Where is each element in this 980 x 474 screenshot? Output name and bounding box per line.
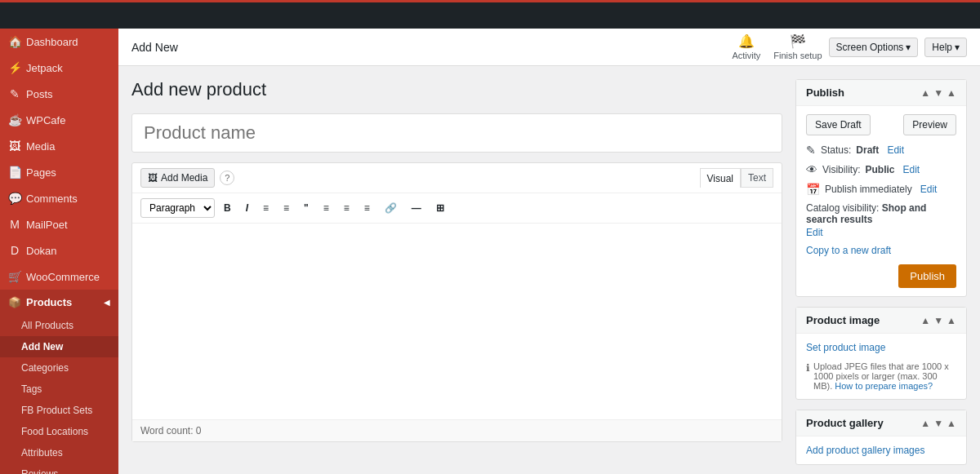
gallery-panel-down-icon[interactable]: ▼ [933,418,943,429]
publish-button[interactable]: Publish [898,264,956,288]
product-gallery-panel-header[interactable]: Product gallery ▲ ▼ ▲ [796,410,966,436]
sidebar-item-mailpoet[interactable]: M MailPoet [0,211,118,237]
image-panel-toggle-icon[interactable]: ▲ [947,315,956,326]
visibility-label: Visibility: [822,164,860,175]
blockquote-button[interactable]: " [298,199,314,217]
image-panel-down-icon[interactable]: ▼ [933,315,943,326]
align-center-button[interactable]: ≡ [338,199,355,217]
status-edit-link[interactable]: Edit [887,144,904,156]
unordered-list-button[interactable]: ≡ [257,199,274,217]
link-button[interactable]: 🔗 [379,199,403,217]
preview-button[interactable]: Preview [903,114,956,135]
add-media-label: Add Media [161,172,207,184]
align-right-button[interactable]: ≡ [359,199,376,217]
product-gallery-panel: Product gallery ▲ ▼ ▲ Add product galler… [795,410,967,465]
activity-button[interactable]: 🔔 Activity [732,33,760,60]
help-button[interactable]: Help ▾ [924,38,967,57]
sidebar-item-comments[interactable]: 💬 Comments [0,185,118,211]
wpcafe-icon: ☕ [8,113,21,126]
publish-draft-preview-row: Save Draft Preview [806,114,956,135]
catalog-edit-link[interactable]: Edit [806,227,956,238]
editor-help-icon[interactable]: ? [220,171,234,185]
product-name-input[interactable] [131,113,782,153]
sidebar-item-products[interactable]: 📦 Products ◀ [0,290,118,315]
editor-format-toolbar: Paragraph B I ≡ ≡ " ≡ ≡ ≡ 🔗 — ⊞ [132,193,782,224]
content-right: Publish ▲ ▼ ▲ Save Draft Preview [795,79,967,465]
product-image-panel-title: Product image [806,314,880,326]
publish-time-edit-link[interactable]: Edit [920,184,938,195]
panel-collapse-down-icon[interactable]: ▼ [933,87,943,99]
sidebar-item-dokan[interactable]: D Dokan [0,237,118,264]
visibility-edit-link[interactable]: Edit [902,164,920,175]
more-button[interactable]: — [406,199,427,217]
product-image-panel-header[interactable]: Product image ▲ ▼ ▲ [796,308,966,334]
editor-body[interactable] [132,224,782,419]
set-product-image-link[interactable]: Set product image [806,342,956,353]
sidebar-item-posts[interactable]: ✎ Posts [0,81,118,107]
sidebar-item-wpcafe[interactable]: ☕ WPCafe [0,107,118,133]
sidebar-item-media[interactable]: 🖼 Media [0,133,118,159]
sidebar-item-woocommerce[interactable]: 🛒 WooCommerce [0,264,118,290]
copy-draft-link[interactable]: Copy to a new draft [806,245,956,256]
sidebar-item-label: MailPoet [26,219,68,231]
submenu-fb-product-sets[interactable]: FB Product Sets [0,400,118,421]
align-left-button[interactable]: ≡ [318,199,335,217]
submenu-add-new[interactable]: Add New [0,336,118,357]
paragraph-select[interactable]: Paragraph [140,198,215,218]
gallery-panel-toggle-icon[interactable]: ▲ [947,418,956,429]
italic-button[interactable]: I [240,199,254,217]
editor-footer: Word count: 0 [132,419,782,441]
media-icon: 🖼 [8,140,21,153]
visual-tab[interactable]: Visual [700,168,741,188]
how-to-prepare-link[interactable]: How to prepare images? [835,381,933,391]
sidebar-item-pages[interactable]: 📄 Pages [0,159,118,185]
status-icon: ✎ [806,144,816,157]
editor-toolbar-top: 🖼 Add Media ? Visual Text [132,163,782,193]
status-value: Draft [856,144,879,156]
info-icon: ℹ [806,362,810,374]
submenu-categories[interactable]: Categories [0,357,118,379]
visibility-row: 👁 Visibility: Public Edit [806,163,956,176]
ordered-list-button[interactable]: ≡ [278,199,295,217]
publish-panel-body: Save Draft Preview ✎ Status: Draft Edit … [796,106,966,296]
publish-time-row: 📅 Publish immediately Edit [806,183,956,196]
grid-button[interactable]: ⊞ [430,199,450,217]
add-gallery-link[interactable]: Add product gallery images [806,445,956,456]
publish-panel-header[interactable]: Publish ▲ ▼ ▲ [796,80,966,106]
panel-collapse-up-icon[interactable]: ▲ [920,87,930,99]
image-panel-up-icon[interactable]: ▲ [920,315,930,326]
finish-setup-button[interactable]: 🏁 Finish setup [773,33,822,60]
posts-icon: ✎ [8,87,21,100]
sidebar-item-dashboard[interactable]: 🏠 Dashboard [0,29,118,55]
sidebar-item-label: Comments [26,193,78,205]
product-gallery-panel-body: Add product gallery images [796,436,966,464]
submenu-all-products[interactable]: All Products [0,315,118,336]
submenu-attributes[interactable]: Attributes [0,442,118,463]
dashboard-icon: 🏠 [8,35,21,48]
add-media-button[interactable]: 🖼 Add Media [140,168,215,188]
mailpoet-icon: M [8,218,21,231]
jetpack-icon: ⚡ [8,61,21,74]
upload-info-text: Upload JPEG files that are 1000 x 1000 p… [813,361,956,391]
add-media-icon: 🖼 [148,172,158,184]
gallery-panel-up-icon[interactable]: ▲ [920,418,930,429]
top-bar: Add New 🔔 Activity 🏁 Finish setup Screen… [118,29,980,66]
text-tab[interactable]: Text [741,168,773,188]
panel-toggle-icon[interactable]: ▲ [947,87,956,99]
screen-options-button[interactable]: Screen Options ▾ [829,38,919,57]
submenu-reviews[interactable]: Reviews [0,463,118,474]
submenu-food-locations[interactable]: Food Locations [0,421,118,442]
save-draft-button[interactable]: Save Draft [806,114,871,135]
top-bar-title: Add New [131,41,178,54]
sidebar-item-jetpack[interactable]: ⚡ Jetpack [0,55,118,81]
bold-button[interactable]: B [218,199,237,217]
page-title: Add new product [131,79,782,100]
help-label: Help [932,42,952,53]
submenu-tags[interactable]: Tags [0,379,118,400]
help-chevron-icon: ▾ [955,42,960,53]
upload-info: ℹ Upload JPEG files that are 1000 x 1000… [806,361,956,391]
dokan-icon: D [8,244,21,257]
sidebar-item-label: WPCafe [26,114,65,126]
sidebar-item-label: WooCommerce [26,271,100,283]
calendar-icon: 📅 [806,183,820,196]
